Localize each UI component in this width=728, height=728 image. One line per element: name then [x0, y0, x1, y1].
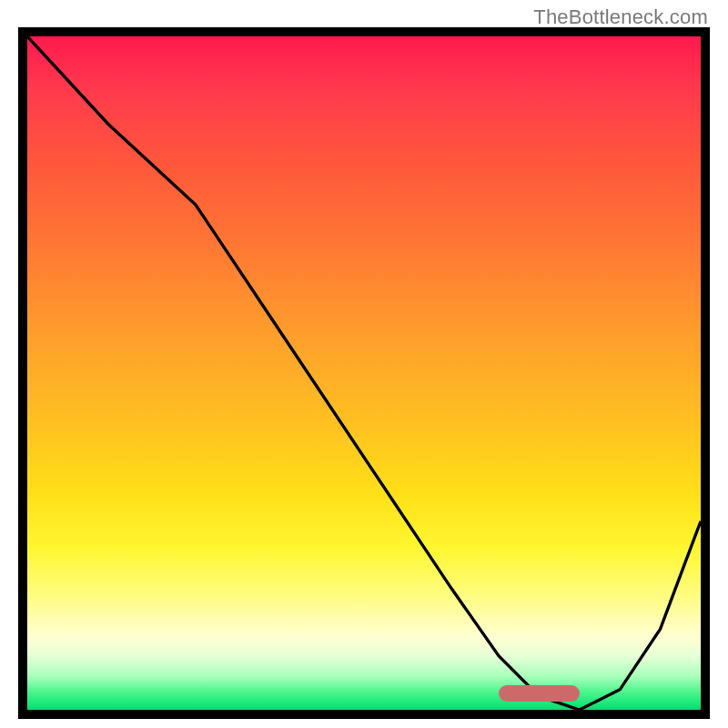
bottleneck-curve — [27, 36, 701, 710]
chart-frame — [18, 27, 710, 719]
watermark-text: TheBottleneck.com — [533, 5, 708, 29]
optimal-range-marker — [499, 685, 580, 702]
